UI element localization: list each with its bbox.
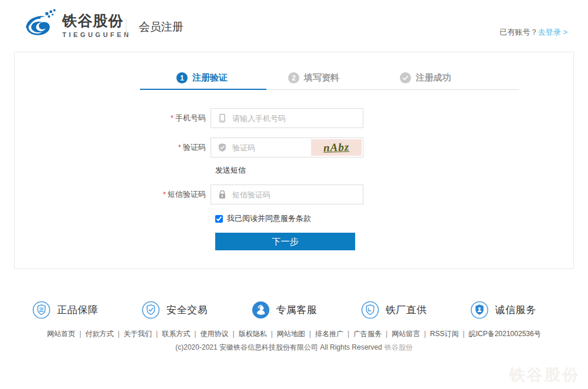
next-step-button[interactable]: 下一步 <box>215 233 355 250</box>
honest-shield-filled-icon <box>470 301 489 319</box>
captcha-input[interactable] <box>232 143 309 152</box>
header-divider <box>126 18 126 35</box>
factory-shield-outline-icon <box>361 301 379 319</box>
register-form: *手机号码 *验证码 nAbz <box>139 108 363 250</box>
feature-label: 专属客服 <box>276 303 318 317</box>
footer-link[interactable]: 联系方式 <box>152 330 190 338</box>
logo: 铁谷股份 TIEGUGUFEN <box>21 8 131 42</box>
step-register-verify: 1 注册验证 <box>176 72 228 83</box>
go-login-link[interactable]: 去登录 > <box>538 28 567 36</box>
shield-check-icon <box>218 143 227 152</box>
footer-link[interactable]: 付款方式 <box>75 330 113 338</box>
step1-label: 注册验证 <box>192 72 228 83</box>
headset-icon <box>252 301 270 319</box>
page-title: 会员注册 <box>139 19 183 35</box>
phone-label: *手机号码 <box>139 108 211 128</box>
mobile-phone-icon <box>218 113 227 123</box>
phone-row: *手机号码 <box>139 108 363 128</box>
feature-customer-service: 专属客服 <box>252 301 318 319</box>
step-fill-info: 2 填写资料 <box>288 72 339 83</box>
feature-badges: 正 正品保障 安全交易 专属客服 铁厂直供 <box>32 301 536 319</box>
step-success: 注册成功 <box>400 72 451 83</box>
steps-bar: 1 注册验证 2 填写资料 注册成功 <box>140 66 519 90</box>
lock-icon <box>218 190 227 199</box>
feature-label: 铁厂直供 <box>386 303 427 317</box>
genuine-shield-icon: 正 <box>32 301 51 319</box>
feature-label: 诚信服务 <box>495 303 536 317</box>
header: 铁谷股份 TIEGUGUFEN 会员注册 已有账号？去登录 > <box>0 0 588 52</box>
footer-link[interactable]: 网站地图 <box>267 330 305 338</box>
required-mark: * <box>171 114 173 122</box>
step1-circle: 1 <box>176 72 188 83</box>
phone-input[interactable] <box>232 114 309 123</box>
copyright-text: (c)2020-2021 安徽铁谷信息科技股份有限公司 All Rights R… <box>175 343 382 351</box>
step2-circle: 2 <box>288 72 299 83</box>
agree-checkbox[interactable] <box>215 215 223 223</box>
safe-shield-check-icon <box>142 301 160 319</box>
send-sms-button[interactable]: 发送短信 <box>215 166 246 175</box>
captcha-text: nAbz <box>323 140 350 155</box>
feature-factory-supply: 铁厂直供 <box>361 301 427 319</box>
logo-name-en: TIEGUGUFEN <box>62 31 131 38</box>
footer-link[interactable]: 使用协议 <box>190 330 228 338</box>
logo-name-cn: 铁谷股份 <box>62 12 131 29</box>
send-sms-row: 发送短信 <box>215 165 363 175</box>
captcha-inputbox: nAbz <box>211 138 363 157</box>
footer-link[interactable]: 排名推广 <box>305 330 343 338</box>
captcha-label: *验证码 <box>139 138 211 157</box>
captcha-row: *验证码 nAbz <box>139 138 363 157</box>
feature-label: 安全交易 <box>166 303 208 317</box>
sms-code-row: *短信验证码 <box>139 185 363 204</box>
footer-link[interactable]: 网站首页 <box>47 330 75 338</box>
agree-label: 我已阅读并同意服务条款 <box>227 213 311 224</box>
footer-link[interactable]: RSS订阅 <box>420 330 459 338</box>
footer-link[interactable]: 网站留言 <box>382 330 420 338</box>
sms-code-input[interactable] <box>232 190 309 199</box>
login-area: 已有账号？去登录 > <box>500 27 567 38</box>
footer-links: 网站首页付款方式关于我们联系方式使用协议版权隐私网站地图排名推广广告服务网站留言… <box>0 329 588 339</box>
agree-row: 我已阅读并同意服务条款 <box>215 214 363 223</box>
footer-link[interactable]: 版权隐私 <box>229 330 267 338</box>
step2-label: 填写资料 <box>304 72 339 83</box>
captcha-image[interactable]: nAbz <box>311 139 362 156</box>
step3-check-icon <box>400 72 411 83</box>
tiegu-logo-icon <box>21 8 59 42</box>
footer-link[interactable]: 广告服务 <box>343 330 382 338</box>
sms-code-label: *短信验证码 <box>139 185 211 204</box>
register-card: 1 注册验证 2 填写资料 注册成功 *手机号码 <box>14 52 574 269</box>
footer-icp-number[interactable]: 皖ICP备2021002536号 <box>459 330 541 338</box>
step3-label: 注册成功 <box>416 72 451 83</box>
feature-genuine: 正 正品保障 <box>32 301 98 319</box>
active-step-underline <box>140 89 266 90</box>
footer-link[interactable]: 关于我们 <box>113 330 152 338</box>
required-mark: * <box>163 190 166 199</box>
sms-code-inputbox <box>211 185 363 204</box>
copyright-brand: 铁谷股份 <box>385 343 413 351</box>
svg-text:正: 正 <box>38 307 44 313</box>
copyright: (c)2020-2021 安徽铁谷信息科技股份有限公司 All Rights R… <box>0 343 588 353</box>
feature-label: 正品保障 <box>57 303 98 317</box>
feature-safe-trade: 安全交易 <box>142 301 208 319</box>
feature-honest-service: 诚信服务 <box>470 301 536 319</box>
watermark-text: 铁谷股份 <box>509 364 580 385</box>
have-account-text: 已有账号？ <box>500 28 538 36</box>
phone-inputbox <box>211 108 363 128</box>
required-mark: * <box>178 143 181 152</box>
